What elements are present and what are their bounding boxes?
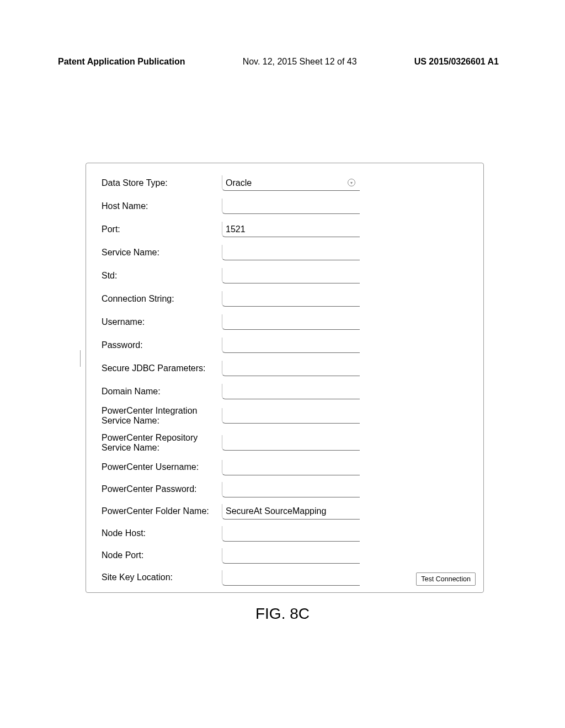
page-header: Patent Application Publication Nov. 12, … — [0, 57, 565, 67]
row-pc-password: PowerCenter Password: — [102, 482, 472, 497]
row-domain-name: Domain Name: — [102, 384, 472, 399]
label-site-key: Site Key Location: — [102, 572, 222, 582]
label-pc-username: PowerCenter Username: — [102, 462, 222, 472]
test-connection-button[interactable]: Test Connection — [416, 572, 476, 586]
service-name-input[interactable] — [222, 245, 360, 260]
label-pc-repository: PowerCenter Repository Service Name: — [102, 433, 222, 453]
row-pc-integration: PowerCenter Integration Service Name: — [102, 406, 472, 426]
row-pc-repository: PowerCenter Repository Service Name: — [102, 433, 472, 453]
row-pc-folder: PowerCenter Folder Name: — [102, 504, 472, 520]
header-date-sheet: Nov. 12, 2015 Sheet 12 of 43 — [243, 57, 357, 67]
label-pc-password: PowerCenter Password: — [102, 484, 222, 494]
label-password: Password: — [102, 340, 222, 350]
label-domain-name: Domain Name: — [102, 387, 222, 397]
label-connection-string: Connection String: — [102, 294, 222, 304]
port-input[interactable] — [222, 222, 360, 237]
label-data-store-type: Data Store Type: — [102, 178, 222, 188]
pc-repository-input[interactable] — [222, 435, 360, 451]
label-node-port: Node Port: — [102, 550, 222, 560]
label-pc-integration: PowerCenter Integration Service Name: — [102, 406, 222, 426]
data-store-type-value[interactable] — [222, 175, 360, 191]
figure-caption: FIG. 8C — [0, 605, 565, 623]
label-secure-jdbc: Secure JDBC Parameters: — [102, 363, 222, 373]
row-node-host: Node Host: — [102, 526, 472, 542]
label-pc-folder: PowerCenter Folder Name: — [102, 506, 222, 516]
label-node-host: Node Host: — [102, 528, 222, 538]
row-secure-jdbc: Secure JDBC Parameters: — [102, 361, 472, 376]
label-service-name: Service Name: — [102, 248, 222, 258]
data-store-type-select[interactable]: ▾ — [222, 175, 360, 191]
header-doc-number: US 2015/0326601 A1 — [414, 57, 499, 67]
password-input[interactable] — [222, 338, 360, 353]
username-input[interactable] — [222, 314, 360, 330]
pc-username-input[interactable] — [222, 460, 360, 475]
row-username: Username: — [102, 314, 472, 330]
label-port: Port: — [102, 224, 222, 234]
row-host-name: Host Name: — [102, 199, 472, 214]
label-username: Username: — [102, 317, 222, 327]
row-std: Std: — [102, 268, 472, 283]
row-password: Password: — [102, 338, 472, 353]
pc-password-input[interactable] — [222, 482, 360, 497]
std-input[interactable] — [222, 268, 360, 283]
host-name-input[interactable] — [222, 199, 360, 214]
pc-integration-input[interactable] — [222, 408, 360, 424]
connection-form-panel: Data Store Type: ▾ Host Name: Port: Serv… — [86, 163, 484, 593]
node-host-input[interactable] — [222, 526, 360, 542]
node-port-input[interactable] — [222, 548, 360, 564]
margin-tick — [80, 350, 81, 367]
row-port: Port: — [102, 222, 472, 237]
row-connection-string: Connection String: — [102, 291, 472, 307]
pc-folder-input[interactable] — [222, 504, 360, 520]
label-std: Std: — [102, 271, 222, 281]
row-service-name: Service Name: — [102, 245, 472, 260]
row-node-port: Node Port: — [102, 548, 472, 564]
site-key-input[interactable] — [222, 570, 360, 586]
row-data-store-type: Data Store Type: ▾ — [102, 175, 472, 191]
header-publication: Patent Application Publication — [58, 57, 185, 67]
secure-jdbc-input[interactable] — [222, 361, 360, 376]
row-pc-username: PowerCenter Username: — [102, 460, 472, 475]
domain-name-input[interactable] — [222, 384, 360, 399]
label-host-name: Host Name: — [102, 201, 222, 211]
connection-string-input[interactable] — [222, 291, 360, 307]
